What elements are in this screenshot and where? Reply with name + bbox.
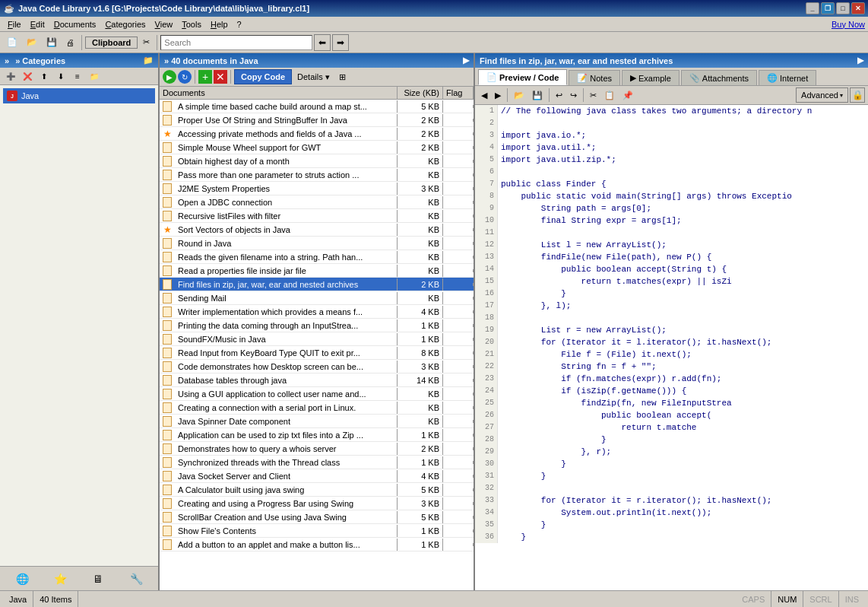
line-content: import java.util.*;	[498, 141, 599, 154]
delete-category-btn[interactable]: ❌	[20, 69, 35, 83]
copy-code-button[interactable]: Copy Code	[234, 69, 292, 84]
document-row[interactable]: Simple Mouse Wheel support for GWT 2 KB	[160, 141, 474, 154]
close-button[interactable]: ✕	[851, 2, 865, 14]
menu-edit[interactable]: Edit	[26, 18, 49, 30]
footer-icon-2[interactable]: ⭐	[52, 570, 68, 587]
document-row[interactable]: Pass more than one parameter to struts a…	[160, 168, 474, 182]
forward-arrow[interactable]: ➡	[332, 34, 349, 51]
doc-refresh-btn[interactable]: ↻	[178, 70, 192, 84]
tab-attachments[interactable]: 📎 Attachments	[681, 70, 757, 85]
menu-categories[interactable]: Categories	[100, 18, 150, 30]
row-flag	[443, 297, 474, 300]
lock-button[interactable]: 🔒	[850, 87, 865, 103]
row-size: 2 KB	[398, 278, 443, 291]
prev-copy-btn[interactable]: 📋	[601, 87, 618, 103]
document-row[interactable]: J2ME System Properties 3 KB	[160, 182, 474, 195]
row-flag	[443, 338, 474, 341]
clipboard-button[interactable]: Clipboard	[85, 37, 138, 49]
document-row[interactable]: Printing the data coming through an Inpu…	[160, 319, 474, 332]
document-row[interactable]: Add a button to an applet and make a but…	[160, 538, 474, 551]
advanced-button[interactable]: Advanced ▾	[796, 87, 848, 103]
code-line: 33 for (Iterator it = r.iterator(); it.h…	[475, 494, 868, 507]
prev-undo-btn[interactable]: ↩	[553, 87, 565, 103]
back-arrow[interactable]: ⬅	[314, 34, 331, 51]
line-number: 14	[475, 263, 498, 275]
prev-nav-back[interactable]: ◀	[478, 87, 490, 103]
document-row[interactable]: Java Socket Server and Client 4 KB	[160, 469, 474, 483]
menu-tools[interactable]: Tools	[177, 18, 206, 30]
document-row[interactable]: Open a JDBC connection KB	[160, 195, 474, 209]
row-flag	[443, 461, 474, 464]
maximize-button[interactable]: □	[836, 2, 850, 14]
java-file-icon	[163, 265, 172, 276]
code-line: 12 List l = new ArrayList();	[475, 239, 868, 251]
document-row[interactable]: Obtain highest day of a month KB	[160, 154, 474, 168]
footer-icon-1[interactable]: 🌐	[14, 570, 30, 587]
document-row[interactable]: Recursive listFiles with filter KB	[160, 209, 474, 223]
category-java[interactable]: J Java	[3, 88, 155, 103]
menu-documents[interactable]: Documents	[49, 18, 101, 30]
document-row[interactable]: Creating a connection with a serial port…	[160, 401, 474, 415]
footer-icon-3[interactable]: 🖥	[90, 570, 106, 587]
document-row[interactable]: Round in Java KB	[160, 237, 474, 250]
menu-file[interactable]: File	[3, 18, 26, 30]
document-row[interactable]: SoundFX/Music in Java 1 KB	[160, 332, 474, 346]
folder-btn[interactable]: 📁	[87, 69, 102, 83]
menu-question[interactable]: ?	[233, 18, 246, 30]
details-button[interactable]: Details ▾	[293, 69, 334, 84]
document-row[interactable]: ScrollBar Creation and Use using Java Sw…	[160, 510, 474, 524]
menu-view[interactable]: View	[150, 18, 178, 30]
document-row[interactable]: ★ Sort Vectors of objects in Java KB	[160, 223, 474, 237]
buy-now-link[interactable]: Buy Now	[832, 20, 865, 29]
tab-internet[interactable]: 🌐 Internet	[759, 70, 816, 85]
menu-help[interactable]: Help	[206, 18, 233, 30]
move-down-btn[interactable]: ⬇	[53, 69, 68, 83]
prev-cut-btn[interactable]: ✂	[587, 87, 600, 103]
tab-notes[interactable]: 📝 Notes	[569, 70, 620, 85]
document-row[interactable]: Proper Use Of String and StringBuffer In…	[160, 113, 474, 127]
more-button[interactable]: ⊞	[335, 69, 350, 84]
document-row[interactable]: Find files in zip, jar, war, ear and nes…	[160, 278, 474, 291]
document-row[interactable]: Show File's Contents 1 KB	[160, 524, 474, 538]
tab-preview-code[interactable]: 📄 Preview / Code	[478, 69, 567, 85]
document-row[interactable]: A Calculator built using java swing 5 KB	[160, 483, 474, 497]
document-row[interactable]: ★ Accessing private methods and fields o…	[160, 127, 474, 141]
document-row[interactable]: Reads the given filename into a string. …	[160, 250, 474, 264]
toolbar-save-btn[interactable]: 💾	[43, 34, 61, 51]
prev-save-btn[interactable]: 💾	[529, 87, 546, 103]
prev-paste-btn[interactable]: 📌	[619, 87, 636, 103]
code-area[interactable]: 1 // The following java class takes two …	[475, 105, 868, 590]
tab-example[interactable]: ▶ Example	[622, 70, 680, 85]
toolbar-print-btn[interactable]: 🖨	[62, 34, 78, 51]
document-row[interactable]: Java Spinner Date component KB	[160, 415, 474, 428]
minimize-button[interactable]: _	[806, 2, 819, 14]
prev-open-btn[interactable]: 📂	[511, 87, 527, 103]
prev-nav-forward[interactable]: ▶	[492, 87, 504, 103]
search-input[interactable]	[160, 35, 312, 50]
tab-internet-label: Internet	[780, 74, 808, 83]
document-row[interactable]: Demonstrates how to query a whois server…	[160, 442, 474, 456]
toolbar-scissors-btn[interactable]: ✂	[139, 34, 154, 51]
doc-play-btn[interactable]: ▶	[163, 70, 176, 84]
document-row[interactable]: Code demonstrates how Desktop screen can…	[160, 360, 474, 373]
document-row[interactable]: Writer implementation which provides a m…	[160, 305, 474, 319]
document-row[interactable]: Synchronized threads with the Thread cla…	[160, 456, 474, 469]
document-row[interactable]: Creating and using a Progress Bar using …	[160, 497, 474, 510]
document-row[interactable]: Sending Mail KB	[160, 291, 474, 305]
doc-add-btn[interactable]: +	[198, 70, 212, 84]
restore-button[interactable]: ❐	[821, 2, 835, 14]
toolbar-open-btn[interactable]: 📂	[23, 34, 41, 51]
document-row[interactable]: Using a GUI application to collect user …	[160, 387, 474, 401]
document-row[interactable]: A simple time based cache build around a…	[160, 100, 474, 113]
document-row[interactable]: Database tables through java 14 KB	[160, 373, 474, 387]
toolbar-new-btn[interactable]: 📄	[3, 34, 21, 51]
move-up-btn[interactable]: ⬆	[36, 69, 52, 83]
prev-redo-btn[interactable]: ↪	[567, 87, 580, 103]
document-row[interactable]: Application can be used to zip txt files…	[160, 428, 474, 442]
document-row[interactable]: Read a properties file inside jar file K…	[160, 264, 474, 278]
sort-btn[interactable]: ≡	[70, 69, 85, 83]
footer-icon-4[interactable]: 🔧	[128, 570, 144, 587]
doc-delete-btn[interactable]: ✕	[214, 70, 227, 84]
add-category-btn[interactable]: ➕	[3, 69, 18, 83]
document-row[interactable]: Read Input from KeyBoard Type QUIT to ex…	[160, 346, 474, 360]
